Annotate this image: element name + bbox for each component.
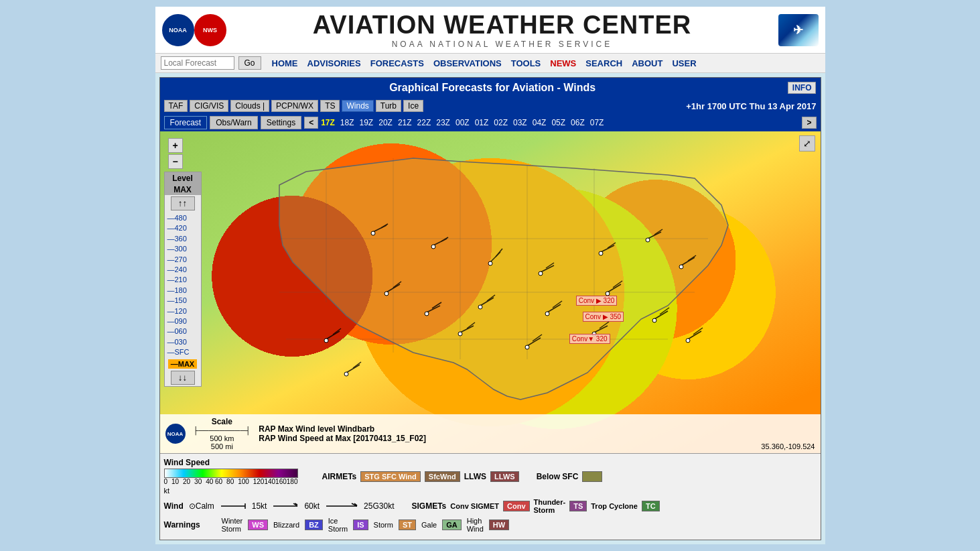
airmets-label: AIRMETs	[322, 472, 357, 481]
timeslot-20z[interactable]: 20Z	[378, 118, 393, 127]
wind-speed-gradient	[164, 469, 298, 478]
header-logos: NOAA NWS	[162, 14, 226, 46]
tag-tc[interactable]: TC	[642, 501, 660, 511]
below-sfc-label: Below SFC	[537, 472, 579, 481]
nav-search[interactable]: SEARCH	[585, 58, 622, 68]
timeslot-05z[interactable]: 05Z	[551, 118, 565, 127]
timeslot-02z[interactable]: 02Z	[494, 118, 508, 127]
level-270[interactable]: —270	[167, 255, 198, 265]
tab-clouds[interactable]: Clouds |	[230, 100, 269, 112]
zoom-in-btn[interactable]: +	[168, 138, 183, 153]
nav-news[interactable]: NEWS	[550, 58, 576, 68]
forecast-btn[interactable]: Forecast	[164, 116, 208, 129]
tab-ts[interactable]: TS	[320, 100, 340, 112]
blizzard-text: Blizzard	[273, 521, 299, 529]
tab-pcpnwx[interactable]: PCPN/WX	[271, 100, 318, 112]
scale-bar: ├─────────┤	[194, 426, 251, 434]
go-button[interactable]: Go	[238, 56, 261, 70]
zoom-controls: + −	[168, 138, 183, 169]
tab-taf[interactable]: TAF	[164, 100, 188, 112]
nav-tools[interactable]: TOOLS	[511, 58, 541, 68]
tag-ws[interactable]: WS	[248, 519, 268, 530]
tab-cigvis[interactable]: CIG/VIS	[190, 100, 228, 112]
next-time-btn[interactable]: >	[802, 117, 816, 129]
nav-user[interactable]: USER	[672, 58, 696, 68]
tab-winds[interactable]: Winds	[342, 100, 373, 112]
tag-is[interactable]: IS	[353, 519, 368, 530]
timeslot-22z[interactable]: 22Z	[417, 118, 431, 127]
sigmets-section: SIGMETs Conv SIGMET Conv Thunder-Storm T…	[411, 498, 659, 514]
tag-conv-sigmet[interactable]: Conv	[503, 501, 530, 511]
level-060[interactable]: —060	[167, 326, 198, 336]
expand-btn[interactable]: ⤢	[799, 135, 815, 151]
ws-20: 20	[183, 478, 190, 485]
level-150[interactable]: —150	[167, 296, 198, 306]
trop-cyclone-text: Trop Cyclone	[591, 502, 638, 510]
tag-sfcwnd[interactable]: SfcWnd	[425, 471, 460, 482]
ws-80: 80	[226, 478, 234, 485]
nav-observations[interactable]: OBSERVATIONS	[433, 58, 502, 68]
tag-below-sfc	[582, 471, 602, 482]
airmets-section: AIRMETs STG SFC Wind SfcWnd LLWS LLWS Be…	[322, 471, 603, 482]
prev-time-btn[interactable]: <	[304, 117, 318, 129]
timeslot-07z[interactable]: 07Z	[590, 118, 604, 127]
nav-forecasts[interactable]: FORECASTS	[370, 58, 424, 68]
scale-title: Scale	[212, 417, 232, 426]
level-030[interactable]: —030	[167, 337, 198, 347]
obs-warn-btn[interactable]: Obs/Warn	[210, 116, 258, 129]
legend-row-1: Wind Speed 0 10 20 30 40 60 80 100	[164, 458, 817, 495]
level-bottom: —MAX	[165, 359, 201, 369]
nws-logo: NWS	[194, 14, 226, 46]
info-button[interactable]: INFO	[788, 82, 817, 94]
zoom-out-btn[interactable]: −	[168, 154, 183, 169]
timeslot-06z[interactable]: 06Z	[571, 118, 585, 127]
ws-100: 100	[238, 478, 249, 485]
nav-advisories[interactable]: ADVISORIES	[307, 58, 361, 68]
tag-ga[interactable]: GA	[442, 519, 462, 530]
level-sfc[interactable]: —SFC	[167, 347, 198, 357]
local-forecast-input[interactable]	[161, 56, 234, 70]
tag-ts[interactable]: TS	[569, 501, 587, 511]
level-480[interactable]: —480	[167, 213, 198, 223]
level-down-btn[interactable]: ↓↓	[171, 371, 195, 385]
tab-turb[interactable]: Turb	[376, 100, 401, 112]
level-up-btn[interactable]: ↑↑	[171, 196, 195, 210]
settings-btn[interactable]: Settings	[261, 116, 301, 129]
level-420[interactable]: —420	[167, 223, 198, 233]
timeslot-17z[interactable]: 17Z	[321, 118, 335, 127]
thunder-text: Thunder-Storm	[534, 498, 566, 514]
nav-home[interactable]: HOME	[272, 58, 298, 68]
conv-label-3: Conv▼ 320	[569, 334, 610, 344]
conv-sigmet-text: Conv SIGMET	[450, 502, 499, 510]
timeslot-03z[interactable]: 03Z	[513, 118, 527, 127]
wind-speed-section: Wind Speed 0 10 20 30 40 60 80 100	[164, 458, 298, 495]
timeslot-19z[interactable]: 19Z	[360, 118, 374, 127]
level-180[interactable]: —180	[167, 286, 198, 296]
tab-ice[interactable]: Ice	[403, 100, 423, 112]
timeslot-23z[interactable]: 23Z	[436, 118, 450, 127]
wind-label: Wind	[164, 501, 184, 511]
timeslot-01z[interactable]: 01Z	[475, 118, 489, 127]
timeslot-00z[interactable]: 00Z	[456, 118, 470, 127]
svg-point-51	[646, 238, 650, 242]
scale-km: 500 km	[210, 434, 234, 442]
wind-speed-bar-container	[164, 469, 298, 478]
tag-st[interactable]: ST	[399, 519, 416, 530]
level-090[interactable]: —090	[167, 316, 198, 326]
level-360[interactable]: —360	[167, 234, 198, 244]
timeslot-21z[interactable]: 21Z	[398, 118, 412, 127]
svg-point-61	[652, 318, 656, 322]
wind-symbols-section: Wind ⊙Calm 15kt 60kt 25G30kt	[164, 501, 395, 511]
tag-llws[interactable]: LLWS	[490, 471, 519, 482]
level-120[interactable]: —120	[167, 306, 198, 316]
tag-hw[interactable]: HW	[489, 519, 509, 530]
timeslot-04z[interactable]: 04Z	[533, 118, 547, 127]
level-300[interactable]: —300	[167, 244, 198, 254]
timeslot-18z[interactable]: 18Z	[340, 118, 354, 127]
tag-bz[interactable]: BZ	[305, 519, 323, 530]
level-240[interactable]: —240	[167, 265, 198, 275]
map-container[interactable]: + − Level MAX ↑↑ —480 —420 —360 —300 —27…	[160, 131, 821, 453]
nav-about[interactable]: ABOUT	[632, 58, 662, 68]
level-210[interactable]: —210	[167, 275, 198, 285]
tag-stg-sfc-wind[interactable]: STG SFC Wind	[360, 471, 421, 482]
